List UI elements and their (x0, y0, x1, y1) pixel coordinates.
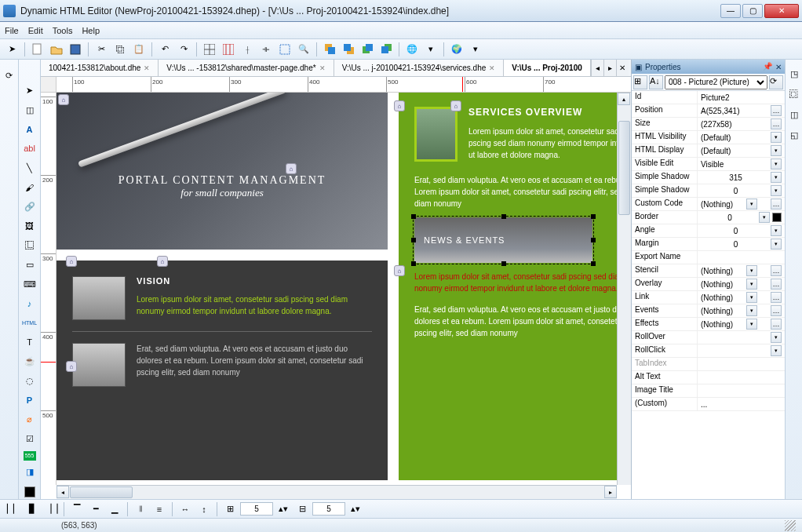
tab-index[interactable]: V:\Us ... Proj-20100 (504, 60, 591, 76)
prop-value[interactable]: A(525,341)… (698, 104, 785, 117)
grid-y-input[interactable] (312, 502, 345, 516)
vision-image-2[interactable] (72, 343, 126, 387)
label-tool-icon[interactable]: abl (21, 141, 38, 156)
align-center-icon[interactable]: ▊ (24, 501, 41, 518)
dropdown-icon[interactable]: ▾ (771, 185, 782, 196)
ruler2-icon[interactable]: ⟛ (257, 41, 275, 58)
menu-file[interactable]: File (5, 26, 19, 35)
prop-value[interactable]: (227x58)… (698, 118, 785, 130)
grid2-icon[interactable] (220, 41, 237, 58)
vertical-ruler[interactable]: for(let i=100;i<=600;i+=100){document.wr… (41, 93, 57, 485)
object-select[interactable]: 008 - Picture2 (Picture) (665, 75, 767, 89)
send-backward-icon[interactable] (359, 41, 376, 58)
align-left-icon[interactable]: ▏▏ (5, 501, 22, 518)
news-banner[interactable]: NEWS & EVENTS (414, 217, 592, 263)
anchor-marker-icon[interactable]: ⌂ (394, 265, 405, 276)
resize-handle[interactable] (591, 238, 596, 242)
prop-value[interactable] (698, 358, 785, 370)
panel-close-icon[interactable]: ✕ (775, 63, 782, 71)
prop-value[interactable]: (Nothing)▾… (698, 304, 785, 317)
frame-tool-icon[interactable]: ◨ (21, 465, 38, 480)
spin-icon[interactable]: ▴▾ (275, 501, 292, 518)
resize-handle[interactable] (591, 261, 596, 266)
ruler-icon[interactable]: ⟊ (239, 41, 256, 58)
scroll-thumb[interactable] (618, 121, 630, 215)
copy-icon[interactable]: ⿻ (111, 41, 129, 58)
paint-tool-icon[interactable]: 🖌 (21, 180, 38, 195)
grid-snap2-icon[interactable]: ⊟ (293, 501, 311, 518)
anchor-marker-icon[interactable]: ⌂ (286, 163, 297, 174)
dropdown-icon[interactable]: ▾ (746, 265, 757, 276)
tab-next-icon[interactable]: ▸ (603, 60, 616, 76)
scroll-left-icon[interactable]: ◂ (57, 486, 69, 498)
prop-value[interactable]: (Nothing)▾… (698, 264, 785, 277)
grid-x-input[interactable] (240, 502, 273, 516)
ellipsis-button[interactable]: … (771, 279, 782, 290)
prop-value[interactable]: ▾ (698, 331, 785, 344)
prop-value[interactable]: ... (698, 398, 785, 410)
dropdown-icon[interactable]: ▾ (746, 305, 757, 316)
dropdown-icon[interactable]: ▾ (771, 239, 782, 250)
bring-front-icon[interactable] (321, 41, 338, 58)
link-tool-icon[interactable]: 🔗 (21, 199, 38, 214)
anchor-marker-icon[interactable]: ⌂ (66, 361, 77, 372)
dropdown-icon[interactable]: ▾ (759, 212, 770, 223)
align-right-icon[interactable]: ▕▕ (42, 501, 60, 518)
props-refresh-icon[interactable]: ⟳ (769, 75, 783, 89)
properties-header[interactable]: ▣ Properties 📌 ✕ (632, 60, 785, 74)
resize-grip-icon[interactable] (785, 520, 796, 531)
dropdown-icon[interactable]: ▾ (746, 319, 757, 330)
resize-handle[interactable] (501, 214, 506, 219)
ellipsis-button[interactable]: … (771, 118, 782, 129)
dropdown-icon[interactable]: ▾ (771, 172, 782, 183)
canvas-tool-icon[interactable]: 555 (24, 451, 36, 461)
anchor-marker-icon[interactable]: ⌂ (394, 100, 405, 111)
select-all-icon[interactable] (276, 41, 293, 58)
dropdown-icon[interactable]: ▾ (771, 225, 782, 236)
ellipsis-button[interactable]: … (771, 265, 782, 276)
export-icon[interactable]: 🌍 (448, 41, 465, 58)
audio-tool-icon[interactable]: ♪ (21, 296, 38, 311)
ellipsis-button[interactable]: … (771, 105, 782, 116)
preview-dd-icon[interactable]: ▾ (422, 41, 439, 58)
ellipsis-button[interactable]: … (771, 199, 782, 210)
align-top-icon[interactable]: ▔ (68, 501, 86, 518)
form-tool-icon[interactable]: ☑ (21, 432, 38, 446)
align-bottom-icon[interactable]: ▁ (106, 501, 123, 518)
close-icon[interactable]: ✕ (489, 64, 495, 72)
tab-about[interactable]: 100421-153812\about.dhe✕ (41, 60, 159, 76)
prop-value[interactable]: 0▾ (698, 211, 785, 224)
distribute-h-icon[interactable]: ⫴ (132, 501, 149, 518)
preview-icon[interactable]: 🌐 (403, 41, 421, 58)
prop-value[interactable]: (Nothing)▾… (698, 198, 785, 210)
vision-block[interactable]: ⌂ ⌂ VISION Lorem ipsum dolor sit amet, c… (57, 261, 388, 480)
close-button[interactable]: ✕ (764, 4, 799, 18)
services-image[interactable] (414, 107, 458, 162)
resize-handle[interactable] (411, 261, 416, 266)
ellipsis-button[interactable]: … (771, 292, 782, 303)
send-back-icon[interactable] (377, 41, 395, 58)
tab-prev-icon[interactable]: ◂ (591, 60, 603, 76)
prop-value[interactable] (698, 371, 785, 384)
open-icon[interactable] (48, 41, 65, 58)
rail-icon-2[interactable]: ⿴ (786, 86, 802, 102)
color-tool-icon[interactable] (21, 484, 38, 499)
prop-value[interactable]: (Default)▾ (698, 144, 785, 157)
dropdown-icon[interactable]: ▾ (771, 145, 782, 156)
gallery-tool-icon[interactable]: ⿺ (21, 238, 38, 253)
ellipsis-button[interactable]: … (771, 305, 782, 316)
resize-handle[interactable] (501, 261, 506, 266)
resize-handle[interactable] (591, 214, 596, 219)
same-height-icon[interactable]: ↕ (195, 501, 213, 518)
scroll-thumb[interactable] (70, 486, 133, 498)
new-file-icon[interactable] (29, 41, 46, 58)
close-icon[interactable]: ✕ (144, 64, 150, 72)
prop-value[interactable]: ▾ (698, 344, 785, 357)
prop-value[interactable]: 0▾ (698, 184, 785, 197)
prop-value[interactable]: (Nothing)▾… (698, 278, 785, 290)
resize-handle[interactable] (411, 214, 416, 219)
dropdown-icon[interactable]: ▾ (771, 132, 782, 143)
hero-block[interactable]: ⌂ ⌂ PORTAL CONTENT MANAGMENT for small c… (57, 93, 388, 250)
export-dd-icon[interactable]: ▾ (467, 41, 484, 58)
prop-value[interactable]: (Nothing)▾… (698, 291, 785, 304)
